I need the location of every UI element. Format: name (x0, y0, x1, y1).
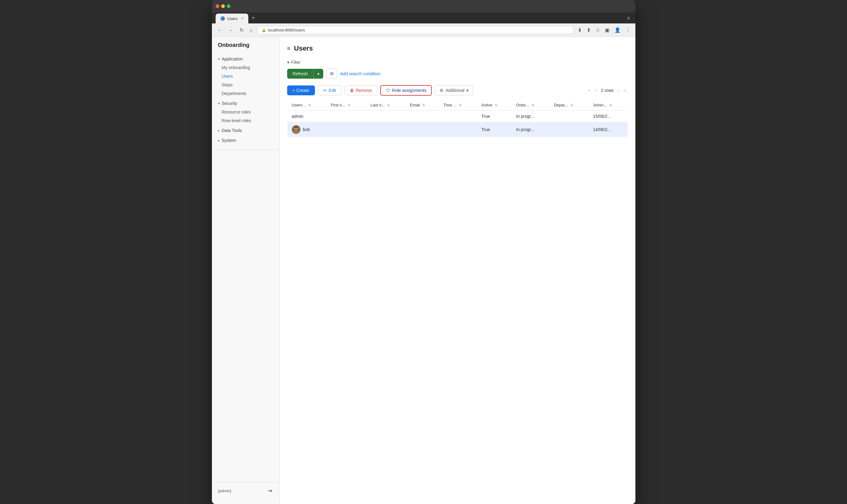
active-bob-label: True (481, 127, 490, 132)
cell-active-bob: True (477, 122, 512, 137)
sidebar: Onboarding ▾ Application My onboarding U… (212, 37, 280, 504)
first-page-button[interactable]: « (587, 87, 592, 94)
home-button[interactable]: ⌂ (248, 26, 255, 34)
download-icon-button[interactable]: ⬇ (576, 26, 583, 34)
col-email[interactable]: Email ⇅ (406, 100, 439, 111)
additional-button[interactable]: ⚙ Additional ▾ (435, 86, 473, 95)
col-firstname[interactable]: First n... ⇅ (326, 100, 366, 111)
remove-button[interactable]: 🗑 Remove (344, 86, 377, 95)
col-lastname[interactable]: Last n... ⇅ (366, 100, 406, 111)
sidebar-item-row-level-roles[interactable]: Row-level roles (212, 116, 280, 125)
table-row[interactable]: bob True In progr... (287, 122, 628, 137)
col-username[interactable]: Usern... ⇅ (287, 100, 326, 111)
browser-toolbar: ← → ↻ ⌂ 🔒 localhost:8080/users ⬇ ⬆ ☆ ▣ 👤… (212, 23, 635, 37)
data-table: Usern... ⇅ First n... ⇅ Last n... ⇅ Em (287, 99, 628, 137)
tab-close-button[interactable]: × (241, 16, 244, 21)
chevron-down-icon-security: ▾ (218, 102, 220, 106)
col-active[interactable]: Active ⇅ (477, 100, 512, 111)
col-joining[interactable]: Joinin... ⇅ (589, 100, 628, 111)
page-header: ≡ Users (287, 44, 628, 52)
svg-point-3 (295, 128, 296, 128)
cell-email-bob (406, 122, 439, 137)
sidebar-section-security: ▾ Security Resource roles Row-level role… (212, 99, 280, 125)
tab-title-label: Users (227, 16, 238, 21)
close-button[interactable] (216, 4, 219, 8)
create-button[interactable]: + Create (287, 86, 315, 95)
sidebar-section-application: ▾ Application My onboarding Users Steps … (212, 55, 280, 98)
hamburger-menu-button[interactable]: ≡ (287, 46, 291, 52)
sidebar-item-my-onboarding[interactable]: My onboarding (212, 63, 280, 72)
refresh-dropdown-button[interactable]: ▾ (313, 69, 323, 79)
sort-icon-username: ⇅ (308, 103, 311, 107)
col-joining-label: Joinin... (593, 103, 607, 107)
sidebar-item-users[interactable]: Users (212, 72, 280, 80)
back-button[interactable]: ← (216, 26, 224, 34)
logout-button[interactable]: ⇥ (266, 486, 273, 496)
table-row[interactable]: admin True In progr... (287, 111, 628, 122)
col-time[interactable]: Time ... ⇅ (439, 100, 477, 111)
page-title: Users (294, 44, 313, 52)
new-tab-button[interactable]: + (248, 13, 258, 23)
edit-button[interactable]: ✏ Edit (318, 86, 341, 95)
active-tab[interactable]: Users × (216, 14, 249, 23)
col-department[interactable]: Depar... ⇅ (549, 100, 589, 111)
onboarding-bob-label: In progr... (516, 127, 534, 132)
cell-lastname-admin (366, 111, 406, 122)
tab-bar: Users × + ∨ (212, 12, 635, 23)
svg-point-4 (296, 128, 297, 128)
sidebar-section-system-header[interactable]: ▸ System (212, 136, 280, 145)
sidebar-item-resource-roles[interactable]: Resource roles (212, 108, 280, 116)
table-body: admin True In progr... (287, 111, 628, 137)
bookmark-icon-button[interactable]: ☆ (594, 26, 601, 34)
last-page-button[interactable]: » (623, 87, 628, 94)
sort-icon-joining: ⇅ (609, 103, 612, 107)
role-assignments-button[interactable]: 🛡 Role assignments (380, 85, 432, 96)
svg-point-2 (294, 130, 299, 133)
sidebar-section-application-header[interactable]: ▾ Application (212, 55, 280, 63)
cell-onboarding-admin: In progr... (512, 111, 549, 122)
maximize-button[interactable] (227, 4, 230, 8)
layout-icon-button[interactable]: ▣ (603, 26, 611, 34)
tab-dropdown-button[interactable]: ∨ (626, 14, 632, 22)
refresh-button[interactable]: Refresh (287, 69, 313, 79)
rows-count-label: 2 rows (601, 88, 613, 93)
chevron-right-icon-system: ▸ (218, 139, 220, 143)
sidebar-item-departments[interactable]: Departments (212, 89, 280, 98)
sort-icon-onboarding: ⇅ (531, 103, 534, 107)
minimize-button[interactable] (221, 4, 225, 8)
remove-button-label: Remove (356, 88, 372, 93)
sidebar-section-data-tools-header[interactable]: ▸ Data Tools (212, 126, 280, 135)
additional-chevron-icon: ▾ (466, 88, 469, 93)
chevron-right-icon-datatools: ▸ (218, 129, 220, 133)
filter-chevron-icon: ▾ (287, 60, 289, 65)
upload-icon-button[interactable]: ⬆ (585, 26, 592, 34)
table-header: Usern... ⇅ First n... ⇅ Last n... ⇅ Em (287, 100, 628, 111)
prev-page-button[interactable]: ‹ (594, 87, 598, 94)
username-admin-label: admin (292, 114, 304, 119)
filter-label: Filter (291, 60, 301, 65)
col-username-label: Usern... (292, 103, 306, 107)
sidebar-item-steps[interactable]: Steps (212, 80, 280, 89)
add-search-condition-button[interactable]: Add search condition (340, 70, 381, 77)
col-firstname-label: First n... (331, 103, 345, 107)
next-page-button[interactable]: › (616, 87, 620, 94)
address-bar[interactable]: 🔒 localhost:8080/users (257, 26, 574, 34)
cell-firstname-admin (326, 111, 366, 122)
sort-icon-email: ⇅ (422, 103, 425, 107)
gear-icon-additional: ⚙ (439, 88, 444, 93)
role-assignments-label: Role assignments (392, 88, 426, 93)
filter-settings-button[interactable]: ⚙ (326, 69, 337, 79)
cell-department-bob (549, 122, 589, 137)
filter-header[interactable]: ▾ Filter (287, 60, 628, 65)
onboarding-admin-label: In progr... (516, 114, 534, 119)
more-icon-button[interactable]: ⋮ (624, 26, 632, 34)
col-onboarding[interactable]: Onbo... ⇅ (512, 100, 549, 111)
reload-button[interactable]: ↻ (238, 26, 246, 34)
tab-favicon (220, 16, 225, 21)
cell-active-admin: True (477, 111, 512, 122)
sidebar-section-security-header[interactable]: ▾ Security (212, 99, 280, 108)
profile-icon-button[interactable]: 👤 (613, 26, 622, 34)
cell-firstname-bob (326, 122, 366, 137)
col-department-label: Depar... (554, 103, 568, 107)
forward-button[interactable]: → (227, 26, 235, 34)
